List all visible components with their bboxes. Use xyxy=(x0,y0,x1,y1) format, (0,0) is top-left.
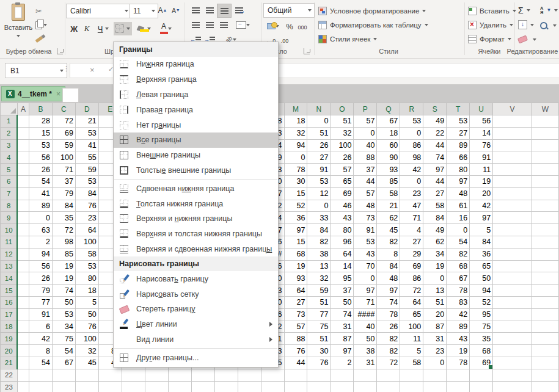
cell-P7[interactable]: 57 xyxy=(354,187,377,200)
cell-O16[interactable]: 50 xyxy=(331,296,354,308)
cell-U23[interactable] xyxy=(470,381,493,392)
cell-T6[interactable]: 97 xyxy=(447,175,470,187)
cell-Q18[interactable]: 26 xyxy=(377,321,400,333)
cell-A22[interactable] xyxy=(17,369,29,381)
cell-O21[interactable]: 2 xyxy=(331,357,354,369)
cell-H22[interactable] xyxy=(168,369,191,381)
cell-R14[interactable]: 86 xyxy=(400,272,423,285)
cell-M10[interactable]: 97 xyxy=(284,224,307,236)
cell-S6[interactable]: 44 xyxy=(423,175,447,187)
cell-R11[interactable]: 27 xyxy=(400,236,423,248)
cell-O3[interactable]: 100 xyxy=(331,139,354,151)
find-select-button[interactable] xyxy=(540,19,557,32)
cell-C2[interactable]: 69 xyxy=(52,127,75,139)
cell-N22[interactable] xyxy=(307,369,331,381)
cell-P12[interactable]: 43 xyxy=(354,248,377,260)
borders-button[interactable] xyxy=(114,22,132,35)
cell-Q20[interactable]: 82 xyxy=(377,345,400,357)
cell-S19[interactable]: 31 xyxy=(423,333,447,345)
cell-P23[interactable] xyxy=(354,381,377,392)
row-header-23[interactable]: 23 xyxy=(1,381,18,392)
cell-M8[interactable]: 52 xyxy=(284,200,307,212)
cell-D16[interactable]: 5 xyxy=(75,296,98,308)
cell-D3[interactable]: 41 xyxy=(75,139,98,151)
cell-N19[interactable]: 51 xyxy=(307,333,331,345)
cell-V16[interactable] xyxy=(493,296,532,308)
cell-N14[interactable]: 32 xyxy=(307,272,331,285)
cell-L23[interactable] xyxy=(261,381,284,392)
cell-D23[interactable] xyxy=(75,381,98,392)
cell-Q21[interactable]: 72 xyxy=(377,357,400,369)
cell-P2[interactable]: 0 xyxy=(354,127,377,139)
column-header-V[interactable]: V xyxy=(493,103,532,115)
cell-A11[interactable] xyxy=(17,236,29,248)
column-header-A[interactable]: A xyxy=(17,103,29,115)
cell-A19[interactable] xyxy=(17,333,29,345)
cut-button[interactable]: ✂ xyxy=(35,5,51,17)
cell-R16[interactable]: 64 xyxy=(400,296,423,308)
cell-N2[interactable]: 51 xyxy=(307,127,331,139)
cell-B3[interactable]: 53 xyxy=(29,139,52,151)
cell-O23[interactable] xyxy=(331,381,354,392)
cell-W17[interactable] xyxy=(532,308,559,321)
cell-S10[interactable]: 49 xyxy=(423,224,447,236)
column-header-B[interactable]: B xyxy=(29,103,52,115)
cell-B14[interactable]: 26 xyxy=(29,272,52,285)
cell-N16[interactable]: 51 xyxy=(307,296,331,308)
cell-T11[interactable]: 54 xyxy=(447,236,470,248)
cell-O10[interactable]: 80 xyxy=(331,224,354,236)
thousands-button[interactable]: 000 xyxy=(296,21,309,34)
cell-I23[interactable] xyxy=(191,381,214,392)
conditional-formatting-button[interactable]: Условное форматирование xyxy=(318,4,426,17)
bold-button[interactable]: Ж xyxy=(68,22,79,35)
cell-D14[interactable]: 80 xyxy=(75,272,98,285)
cell-P5[interactable]: 37 xyxy=(354,164,377,176)
cell-Q8[interactable]: 21 xyxy=(377,200,400,212)
cell-S17[interactable]: 20 xyxy=(423,308,447,321)
cell-C9[interactable]: 35 xyxy=(52,212,75,224)
cell-D21[interactable]: 45 xyxy=(75,357,98,369)
row-header-16[interactable]: 16 xyxy=(1,296,18,308)
cell-W21[interactable] xyxy=(532,357,559,369)
cell-Q7[interactable]: 58 xyxy=(377,187,400,200)
cell-T13[interactable]: 68 xyxy=(447,260,470,272)
menu-item-line-style[interactable]: Вид линии xyxy=(114,332,278,347)
cell-N4[interactable]: 27 xyxy=(307,151,331,164)
column-header-N[interactable]: N xyxy=(307,103,331,115)
cell-N10[interactable]: 84 xyxy=(307,224,331,236)
cell-N21[interactable]: 76 xyxy=(307,357,331,369)
row-header-22[interactable]: 22 xyxy=(1,369,18,381)
cell-K22[interactable] xyxy=(238,369,261,381)
cell-O22[interactable] xyxy=(331,369,354,381)
menu-item-border-right[interactable]: Правая граница xyxy=(114,102,278,117)
cell-B5[interactable]: 26 xyxy=(29,164,52,176)
row-header-3[interactable]: 3 xyxy=(1,139,18,151)
font-size-dropdown-icon[interactable] xyxy=(152,10,155,12)
cell-A5[interactable] xyxy=(17,164,29,176)
cell-V3[interactable] xyxy=(493,139,532,151)
name-box[interactable]: B1 xyxy=(5,63,67,78)
cell-R12[interactable]: 29 xyxy=(400,248,423,260)
cell-O1[interactable]: 51 xyxy=(331,115,354,128)
cell-Q4[interactable]: 90 xyxy=(377,151,400,164)
formula-bar-splitter[interactable]: ⋮ xyxy=(63,65,70,73)
cell-Q12[interactable]: 8 xyxy=(377,248,400,260)
row-header-7[interactable]: 7 xyxy=(1,187,18,200)
cell-N6[interactable]: 53 xyxy=(307,175,331,187)
cell-M22[interactable] xyxy=(284,369,307,381)
cell-G23[interactable] xyxy=(145,381,168,392)
cell-T4[interactable]: 66 xyxy=(447,151,470,164)
cell-C18[interactable]: 34 xyxy=(52,321,75,333)
cell-V7[interactable] xyxy=(493,187,532,200)
menu-item-border-top-double-bottom[interactable]: Верхняя и сдвоенная нижняя границы xyxy=(114,242,278,257)
cell-M3[interactable]: 94 xyxy=(284,139,307,151)
cell-B20[interactable]: 8 xyxy=(29,345,52,357)
cell-M9[interactable]: 36 xyxy=(284,212,307,224)
cell-C7[interactable]: 79 xyxy=(52,187,75,200)
cell-U12[interactable]: 36 xyxy=(470,248,493,260)
cell-U1[interactable]: 56 xyxy=(470,115,493,128)
cell-P1[interactable]: 57 xyxy=(354,115,377,128)
cell-W6[interactable] xyxy=(532,175,559,187)
cell-N13[interactable]: 13 xyxy=(307,260,331,272)
cell-B6[interactable]: 54 xyxy=(29,175,52,187)
